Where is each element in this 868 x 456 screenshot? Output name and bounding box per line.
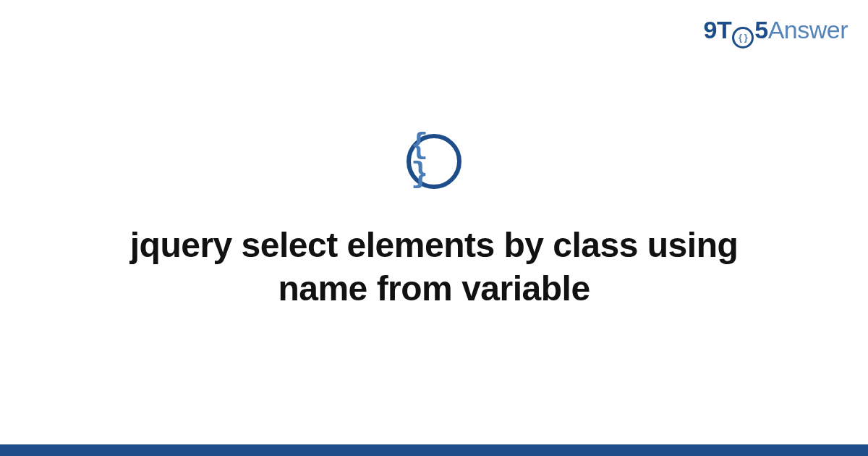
code-braces-icon: { } (407, 134, 461, 189)
main-content: { } jquery select elements by class usin… (0, 0, 868, 444)
category-glyph: { } (411, 132, 457, 190)
page-title: jquery select elements by class using na… (87, 224, 781, 311)
bottom-accent-bar (0, 444, 868, 456)
